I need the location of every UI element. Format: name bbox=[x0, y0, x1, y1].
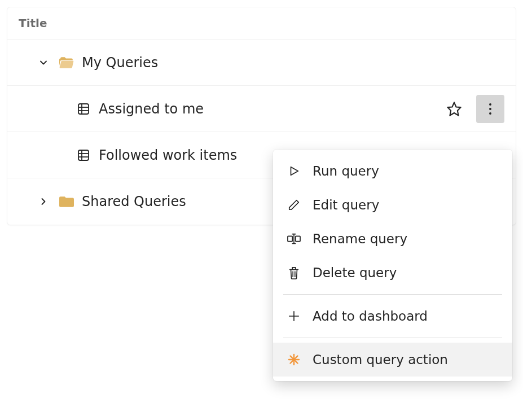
menu-item-add-to-dashboard[interactable]: Add to dashboard bbox=[273, 299, 512, 333]
svg-rect-14 bbox=[296, 236, 300, 241]
menu-item-label: Run query bbox=[313, 164, 379, 178]
svg-point-6 bbox=[489, 108, 491, 110]
folder-icon bbox=[59, 195, 74, 208]
svg-point-7 bbox=[489, 112, 491, 115]
menu-separator bbox=[283, 338, 502, 338]
menu-item-label: Rename query bbox=[313, 231, 407, 246]
menu-item-run-query[interactable]: Run query bbox=[273, 154, 512, 188]
menu-item-label: Custom query action bbox=[313, 352, 448, 367]
pencil-icon bbox=[287, 198, 301, 212]
query-row-assigned-to-me[interactable]: Assigned to me bbox=[7, 86, 516, 132]
plus-icon bbox=[287, 309, 301, 323]
play-icon bbox=[287, 164, 301, 178]
query-label: Followed work items bbox=[99, 147, 237, 163]
folder-row-my-queries[interactable]: My Queries bbox=[7, 40, 516, 86]
folder-label: My Queries bbox=[82, 55, 158, 71]
favorite-button[interactable] bbox=[440, 95, 468, 123]
query-icon bbox=[76, 148, 91, 163]
trash-icon bbox=[287, 265, 301, 280]
chevron-right-icon[interactable] bbox=[36, 194, 51, 209]
query-label: Assigned to me bbox=[99, 101, 204, 117]
column-title: Title bbox=[19, 16, 47, 30]
menu-item-label: Add to dashboard bbox=[313, 309, 428, 323]
svg-marker-4 bbox=[447, 102, 460, 115]
chevron-down-icon[interactable] bbox=[36, 55, 51, 71]
column-header: Title bbox=[7, 7, 516, 40]
menu-item-edit-query[interactable]: Edit query bbox=[273, 188, 512, 222]
svg-rect-8 bbox=[78, 150, 89, 160]
folder-label: Shared Queries bbox=[82, 194, 186, 209]
svg-rect-0 bbox=[78, 104, 89, 114]
menu-item-delete-query[interactable]: Delete query bbox=[273, 256, 512, 290]
rename-icon bbox=[287, 231, 301, 246]
svg-marker-12 bbox=[291, 167, 298, 176]
more-actions-button[interactable] bbox=[476, 95, 504, 123]
menu-item-custom-query-action[interactable]: Custom query action bbox=[273, 343, 512, 377]
context-menu: Run query Edit query Rename query Delete… bbox=[273, 150, 512, 381]
menu-item-label: Edit query bbox=[313, 198, 379, 212]
asterisk-icon bbox=[287, 352, 301, 367]
query-icon bbox=[76, 102, 91, 116]
folder-open-icon bbox=[59, 56, 74, 69]
menu-separator bbox=[283, 294, 502, 295]
menu-item-label: Delete query bbox=[313, 265, 397, 280]
menu-item-rename-query[interactable]: Rename query bbox=[273, 222, 512, 256]
svg-rect-13 bbox=[288, 236, 292, 241]
svg-point-5 bbox=[489, 103, 491, 106]
